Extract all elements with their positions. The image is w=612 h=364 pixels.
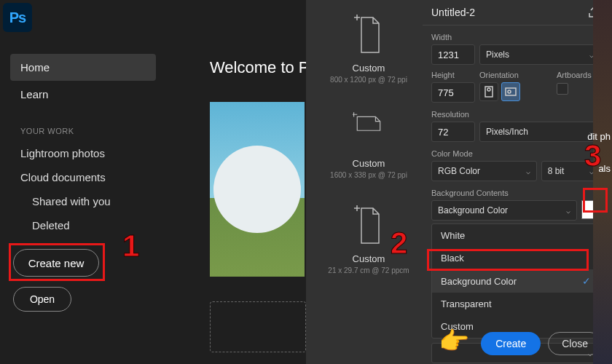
background-contents-value: Background Color [438, 205, 508, 215]
bit-depth-value: 8 bit [548, 166, 565, 176]
chevron-down-icon: ⌵ [566, 207, 570, 215]
home-screen: Ps Home Learn YOUR WORK Lightroom photos… [0, 0, 306, 364]
svg-point-1 [487, 88, 490, 91]
welcome-title: Welcome to Phot [210, 58, 306, 77]
cropped-text: dit ph [587, 131, 611, 142]
bg-option-transparent[interactable]: Transparent [432, 293, 600, 315]
color-mode-label: Color Mode [431, 149, 605, 158]
bg-option-background-color[interactable]: Background Color✓ [432, 269, 600, 293]
resolution-input[interactable] [431, 122, 475, 142]
app-logo: Ps [3, 3, 32, 32]
resolution-label: Resolution [431, 110, 605, 119]
orientation-portrait-button[interactable] [479, 82, 498, 101]
preset-item[interactable]: Custom 1600 x 338 px @ 72 ppi [318, 110, 420, 179]
preset-name: Custom [353, 158, 385, 169]
background-contents-label: Background Contents [431, 189, 605, 197]
preset-name: Custom [353, 253, 385, 264]
orientation-label: Orientation [479, 71, 552, 79]
height-input[interactable] [431, 82, 475, 103]
welcome-thumbnail[interactable] [210, 102, 305, 277]
cropped-text: als [598, 163, 611, 174]
nav-list: Home Learn [10, 54, 156, 108]
bit-depth-select[interactable]: 8 bit ⌵ [541, 161, 600, 181]
artboards-checkbox[interactable] [557, 83, 568, 95]
cropped-content [593, 0, 612, 364]
nav-home[interactable]: Home [10, 54, 156, 81]
bg-option-white[interactable]: White [432, 224, 600, 247]
preset-column: Custom 800 x 1200 px @ 72 ppi Custom 160… [318, 0, 420, 301]
document-landscape-icon [353, 110, 385, 151]
preset-item[interactable]: Custom 21 x 29.7 cm @ 72 ppcm [318, 205, 420, 274]
create-new-button[interactable]: Create new [13, 249, 99, 277]
dialog-actions: Create Close [481, 332, 602, 355]
open-button[interactable]: Open [13, 287, 71, 312]
resolution-unit-value: Pixels/Inch [486, 127, 528, 137]
preset-name: Custom [353, 63, 385, 74]
background-contents-select[interactable]: Background Color ⌵ [431, 200, 577, 221]
document-portrait-icon [353, 15, 385, 55]
color-mode-value: RGB Color [438, 166, 480, 176]
background-contents-dropdown: White Black Background Color✓ Transparen… [431, 223, 600, 339]
bg-option-black[interactable]: Black [432, 247, 600, 269]
preset-item[interactable]: Custom 800 x 1200 px @ 72 ppi [318, 15, 420, 84]
width-label: Width [431, 33, 605, 41]
check-icon: ✓ [582, 275, 591, 287]
create-button[interactable]: Create [481, 332, 541, 355]
svg-point-3 [508, 90, 511, 93]
preset-dims: 1600 x 338 px @ 72 ppi [330, 171, 407, 179]
new-document-dialog: Custom 800 x 1200 px @ 72 ppi Custom 160… [306, 0, 612, 364]
document-name-input[interactable] [431, 7, 548, 18]
preset-dims: 21 x 29.7 cm @ 72 ppcm [328, 266, 409, 274]
orientation-landscape-button[interactable] [501, 82, 520, 101]
nav-learn[interactable]: Learn [10, 81, 156, 108]
width-input[interactable] [431, 44, 475, 65]
color-mode-select[interactable]: RGB Color ⌵ [431, 161, 537, 181]
height-label: Height [431, 71, 475, 79]
chevron-down-icon: ⌵ [526, 167, 530, 175]
width-unit-value: Pixels [486, 50, 509, 60]
document-portrait-icon [353, 205, 385, 246]
settings-column: Width Pixels ⌵ Height Orientation [423, 0, 612, 364]
preset-dims: 800 x 1200 px @ 72 ppi [330, 76, 407, 84]
width-unit-select[interactable]: Pixels ⌵ [479, 44, 600, 65]
drop-zone[interactable] [210, 301, 306, 352]
resolution-unit-select[interactable]: Pixels/Inch ⌵ [479, 122, 600, 142]
